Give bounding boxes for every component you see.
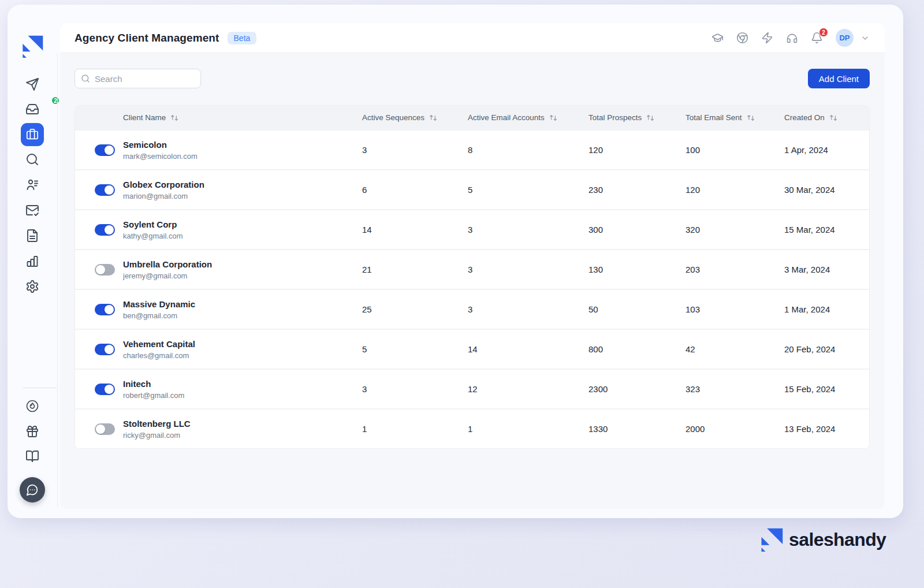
academy-graduation-cap-icon[interactable] bbox=[711, 32, 724, 44]
sort-icon[interactable] bbox=[549, 114, 557, 122]
user-avatar[interactable]: DP bbox=[836, 29, 854, 47]
saleshandy-logo-icon[interactable] bbox=[21, 35, 44, 58]
inbox-icon bbox=[27, 105, 38, 114]
notifications-button[interactable]: 2 bbox=[811, 32, 823, 44]
client-toggle[interactable] bbox=[95, 384, 115, 395]
sort-icon[interactable] bbox=[646, 114, 654, 122]
support-chat-button[interactable] bbox=[20, 477, 45, 503]
active-sequences-value: 3 bbox=[362, 384, 468, 394]
sidebar-item-search[interactable] bbox=[25, 152, 39, 166]
sidebar-item-clients-active[interactable] bbox=[21, 123, 44, 146]
active-email-accounts-value: 8 bbox=[468, 145, 588, 155]
chevron-down-icon[interactable] bbox=[860, 34, 870, 43]
column-header-created-on[interactable]: Created On bbox=[784, 113, 869, 122]
search-icon bbox=[27, 154, 38, 165]
table-row[interactable]: Massive Dynamic ben@gmail.com 25 3 50 10… bbox=[75, 289, 869, 329]
add-client-button[interactable]: Add Client bbox=[808, 69, 870, 88]
brand-wordmark: saleshandy bbox=[789, 529, 886, 550]
sort-icon[interactable] bbox=[429, 114, 437, 122]
table-header-row: Client Name Active Sequences Active Emai… bbox=[75, 106, 869, 129]
inbox-count-badge: 2 bbox=[51, 96, 60, 105]
column-header-total-prospects[interactable]: Total Prospects bbox=[588, 113, 685, 122]
table-row[interactable]: Soylent Corp kathy@gmail.com 14 3 300 32… bbox=[75, 209, 869, 249]
notification-count-badge: 2 bbox=[819, 28, 828, 37]
total-prospects-value: 230 bbox=[588, 185, 685, 195]
file-text-icon bbox=[28, 230, 37, 241]
sidebar-item-reports[interactable] bbox=[25, 254, 39, 268]
active-email-accounts-value: 3 bbox=[468, 225, 588, 235]
active-email-accounts-value: 3 bbox=[468, 304, 588, 314]
client-toggle[interactable] bbox=[95, 224, 115, 236]
sidebar-item-rewards[interactable] bbox=[25, 425, 39, 438]
sort-icon[interactable] bbox=[746, 114, 754, 122]
total-prospects-value: 800 bbox=[588, 344, 685, 354]
mail-check-icon bbox=[27, 206, 38, 215]
sidebar-item-email-verification[interactable] bbox=[25, 203, 39, 217]
total-email-sent-value: 42 bbox=[685, 344, 784, 354]
active-sequences-value: 25 bbox=[362, 304, 468, 314]
created-on-value: 30 Mar, 2024 bbox=[784, 185, 869, 195]
sidebar-border bbox=[57, 54, 58, 507]
created-on-value: 20 Feb, 2024 bbox=[784, 344, 869, 354]
saleshandy-logo-icon bbox=[759, 527, 784, 552]
client-email: jeremy@gmail.com bbox=[123, 271, 362, 280]
client-email: marion@gmail.com bbox=[123, 192, 362, 200]
client-email: robert@gmail.com bbox=[123, 391, 362, 400]
total-prospects-value: 300 bbox=[588, 225, 685, 235]
active-sequences-value: 1 bbox=[362, 424, 468, 434]
client-toggle[interactable] bbox=[95, 184, 115, 196]
message-dots-icon bbox=[27, 485, 37, 495]
table-row[interactable]: Initech robert@gmail.com 3 12 2300 323 1… bbox=[75, 369, 869, 408]
total-prospects-value: 50 bbox=[588, 304, 685, 314]
table-row[interactable]: Vehement Capital charles@gmail.com 5 14 … bbox=[75, 329, 869, 369]
created-on-value: 1 Mar, 2024 bbox=[784, 304, 869, 314]
main-panel: Agency Client Management Beta 2 DP Add bbox=[60, 23, 885, 509]
sidebar-item-inbox[interactable] bbox=[25, 102, 39, 116]
client-toggle[interactable] bbox=[95, 423, 115, 435]
sidebar: 2 bbox=[8, 5, 57, 518]
footer-brand: saleshandy bbox=[759, 527, 886, 552]
client-toggle[interactable] bbox=[95, 144, 115, 156]
client-name: Globex Corporation bbox=[123, 179, 362, 191]
column-header-client-name[interactable]: Client Name bbox=[75, 113, 362, 122]
column-header-active-email-accounts[interactable]: Active Email Accounts bbox=[468, 113, 588, 122]
total-email-sent-value: 100 bbox=[685, 145, 784, 155]
sidebar-item-settings[interactable] bbox=[25, 280, 39, 293]
topbar-actions: 2 DP bbox=[711, 29, 870, 47]
table-row[interactable]: Semicolon mark@semicolon.com 3 8 120 100… bbox=[75, 129, 869, 169]
table-row[interactable]: Globex Corporation marion@gmail.com 6 5 … bbox=[75, 169, 869, 209]
total-prospects-value: 130 bbox=[588, 265, 685, 274]
total-email-sent-value: 203 bbox=[685, 265, 784, 274]
sort-icon[interactable] bbox=[170, 114, 178, 122]
column-header-active-sequences[interactable]: Active Sequences bbox=[362, 113, 468, 122]
created-on-value: 15 Mar, 2024 bbox=[784, 225, 869, 235]
chrome-extension-icon[interactable] bbox=[736, 32, 748, 44]
column-header-total-email-sent[interactable]: Total Email Sent bbox=[685, 113, 784, 122]
sidebar-item-templates[interactable] bbox=[25, 229, 39, 243]
top-bar: Agency Client Management Beta 2 DP bbox=[60, 23, 885, 53]
client-toggle[interactable] bbox=[95, 264, 115, 276]
quick-actions-zap-icon[interactable] bbox=[761, 32, 773, 44]
total-prospects-value: 120 bbox=[588, 145, 685, 155]
table-row[interactable]: Umbrella Corporation jeremy@gmail.com 21… bbox=[75, 249, 869, 289]
search-input[interactable] bbox=[95, 74, 195, 84]
active-email-accounts-value: 1 bbox=[468, 424, 588, 434]
flame-icon bbox=[27, 401, 38, 412]
sidebar-item-prospects[interactable] bbox=[25, 178, 39, 192]
active-email-accounts-value: 3 bbox=[468, 265, 588, 274]
sidebar-item-sequences[interactable] bbox=[25, 77, 39, 91]
sidebar-item-knowledge-base[interactable] bbox=[25, 449, 39, 463]
sidebar-item-whats-new[interactable] bbox=[25, 399, 39, 413]
client-email: kathy@gmail.com bbox=[123, 232, 362, 240]
client-name: Soylent Corp bbox=[123, 219, 362, 230]
client-name: Vehement Capital bbox=[123, 338, 362, 350]
client-toggle[interactable] bbox=[95, 344, 115, 355]
sort-icon[interactable] bbox=[829, 114, 837, 122]
support-headphones-icon[interactable] bbox=[786, 32, 798, 44]
total-email-sent-value: 2000 bbox=[685, 424, 784, 434]
bar-chart-icon bbox=[28, 256, 38, 266]
created-on-value: 1 Apr, 2024 bbox=[784, 145, 869, 155]
table-row[interactable]: Stoltenberg LLC ricky@gmail.com 1 1 1330… bbox=[75, 408, 869, 448]
client-name: Massive Dynamic bbox=[123, 299, 362, 310]
client-toggle[interactable] bbox=[95, 304, 115, 315]
